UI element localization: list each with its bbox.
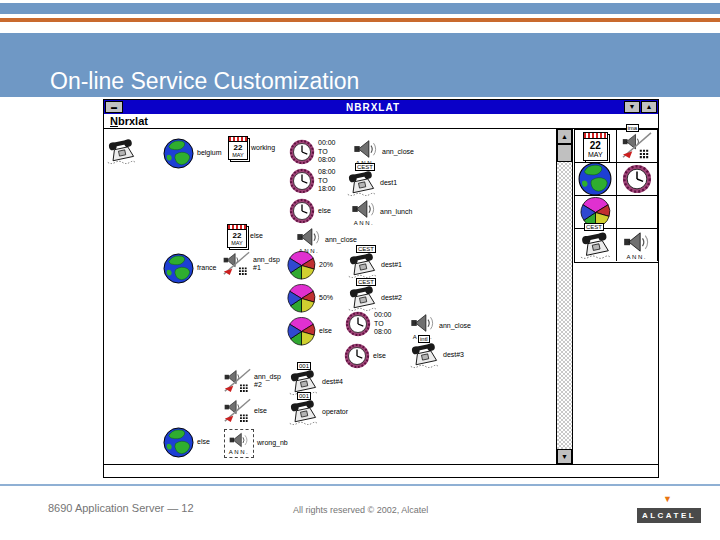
node-ann-close[interactable]: ANN.ann_close [296, 227, 357, 254]
app-window: ▬ NBRXLAT ▼ ▲ Nbrxlat belgium22MAYworkin… [103, 99, 659, 478]
phone-icon [409, 341, 440, 369]
node-label: else [250, 232, 263, 240]
node-label: else [373, 352, 386, 360]
icon-palette: 22MAYimaCESTANN. [574, 129, 658, 263]
vertical-scrollbar[interactable]: ▲ ▼ [556, 129, 573, 464]
node-working[interactable]: 22MAYworking [228, 136, 275, 160]
node-50[interactable]: 50% [287, 284, 333, 313]
node-else[interactable]: else [224, 398, 267, 424]
window-titlebar[interactable]: ▬ NBRXLAT ▼ ▲ [104, 100, 658, 114]
pie-icon [287, 251, 316, 280]
clock-icon [289, 168, 315, 194]
node-dest-3[interactable]: intldest#3 [409, 341, 464, 369]
menu-item-label-accel: N [110, 115, 118, 127]
node-08-00-to-18-00[interactable]: 08:00 TO 18:00 [289, 168, 336, 194]
node-label: else [254, 407, 267, 415]
window-body: belgium22MAYworking00:00 TO 08:00ANN.ann… [104, 129, 658, 464]
speaker-icon [353, 139, 379, 159]
calendar-icon: 22MAY [583, 132, 608, 161]
palette-cell-speaker[interactable]: ANN. [617, 228, 659, 261]
node-badge-label: CEST [356, 278, 376, 286]
node-label: working [251, 144, 275, 152]
node-badge-label: 001 [297, 392, 311, 400]
node-dest-2[interactable]: CESTdest#2 [347, 284, 402, 312]
clock-icon [345, 311, 371, 337]
phone-icon [288, 398, 319, 426]
node-label: else [197, 438, 210, 446]
palette-cell-globe[interactable] [575, 162, 617, 195]
palette-cell-speaker-slash[interactable]: ima [617, 129, 659, 162]
node-label: ann_lunch [380, 208, 412, 216]
node-france[interactable]: france [163, 253, 216, 284]
node-label: ann_dsp #1 [253, 256, 280, 273]
footer-divider-line [0, 484, 720, 486]
speaker-box-icon [228, 432, 250, 448]
menu-item-label: brxlat [118, 115, 148, 127]
node-label: france [197, 264, 216, 272]
node-operator[interactable]: 001operator [288, 398, 348, 426]
palette-cell-calendar[interactable]: 22MAY [575, 129, 617, 162]
scroll-down-button[interactable]: ▼ [557, 449, 572, 464]
node-wrong-nb[interactable]: ANN.wrong_nb [224, 429, 288, 458]
palette-cell-clock[interactable] [617, 162, 659, 195]
node-phone[interactable] [106, 137, 137, 165]
node-label: else [318, 207, 331, 215]
globe-icon [163, 427, 194, 458]
calendar-icon: 22MAY [227, 224, 247, 248]
node-00-00-to-08-00[interactable]: 00:00 TO 08:00 [345, 311, 392, 337]
node-20[interactable]: 20% [287, 251, 333, 280]
node-else[interactable]: else [289, 198, 331, 224]
node-dest-1[interactable]: CESTdest#1 [347, 251, 402, 279]
node-else[interactable]: else [287, 317, 332, 346]
phone-icon [579, 230, 612, 260]
pie-icon [287, 284, 316, 313]
node-else[interactable]: 22MAYelse [227, 224, 263, 248]
window-bottom-strip [104, 464, 658, 477]
phone-icon [106, 137, 137, 165]
slide-header: On-line Service Customization Example: R… [0, 33, 720, 97]
calendar-icon: 22MAY [228, 136, 248, 160]
speaker-slash-icon [223, 251, 250, 277]
node-label: dest#4 [322, 378, 343, 386]
node-belgium[interactable]: belgium [163, 138, 222, 169]
speaker-icon [623, 231, 651, 253]
node-else[interactable]: else [163, 427, 210, 458]
page-title: On-line Service Customization [50, 68, 359, 95]
logo-triangle-icon: ▼ [663, 495, 672, 504]
minimize-button[interactable]: ▼ [624, 101, 640, 113]
node-label: 00:00 TO 08:00 [318, 139, 336, 164]
node-ann-close[interactable]: ANN.ann_close [353, 139, 414, 166]
node-label: dest#1 [381, 261, 402, 269]
node-sub-label: ANN. [354, 220, 374, 226]
speaker-slash-icon [224, 398, 251, 424]
scroll-thumb[interactable] [557, 144, 572, 162]
node-ann-lunch[interactable]: ANN.ann_lunch [351, 199, 412, 226]
clock-icon [289, 139, 315, 165]
maximize-button[interactable]: ▲ [641, 101, 657, 113]
system-menu-button[interactable]: ▬ [105, 101, 123, 113]
node-label: operator [322, 408, 348, 416]
routing-canvas[interactable]: belgium22MAYworking00:00 TO 08:00ANN.ann… [104, 129, 556, 464]
globe-icon [578, 162, 612, 196]
node-dest1[interactable]: CESTdest1 [346, 169, 397, 197]
node-label: wrong_nb [257, 439, 288, 447]
alcatel-logo: ALCATEL [637, 508, 701, 523]
node-else[interactable]: else [344, 343, 386, 369]
speaker-icon [351, 199, 377, 219]
node-badge-label: CEST [355, 163, 375, 171]
top-accent-bar [0, 3, 720, 14]
node-label: 20% [319, 261, 333, 269]
clock-icon [622, 164, 652, 194]
palette-cell-phone[interactable]: CEST [575, 228, 617, 261]
menu-item-nbrxlat[interactable]: Nbrxlat [110, 116, 148, 127]
clock-icon [344, 343, 370, 369]
palette-badge-label: CEST [584, 223, 604, 231]
node-ann-dsp-1[interactable]: ann_dsp #1 [223, 251, 280, 277]
node-label: else [319, 327, 332, 335]
node-00-00-to-08-00[interactable]: 00:00 TO 08:00 [289, 139, 336, 165]
node-ann-dsp-2[interactable]: ann_dsp #2 [224, 368, 281, 394]
node-label: 50% [319, 294, 333, 302]
node-label: belgium [197, 149, 222, 157]
phone-icon [347, 284, 378, 312]
scroll-up-button[interactable]: ▲ [557, 129, 572, 144]
